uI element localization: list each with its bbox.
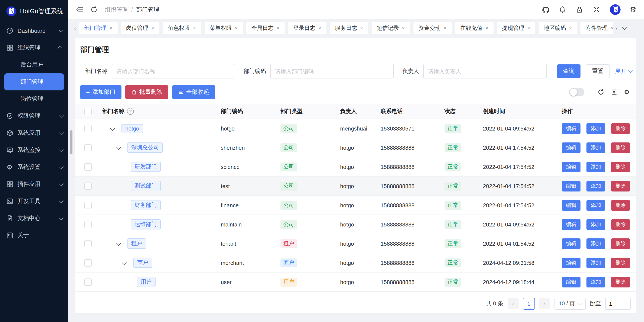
leader-input[interactable] (423, 64, 547, 79)
close-icon[interactable]: × (611, 25, 613, 31)
dept-name-pill[interactable]: 租户 (128, 238, 146, 249)
delete-button[interactable]: 删除 (611, 219, 630, 230)
dept-name-pill[interactable]: 深圳总公司 (128, 142, 163, 153)
row-checkbox[interactable] (84, 259, 92, 266)
column-settings-gear-icon[interactable]: ⚙ (624, 89, 631, 96)
row-checkbox[interactable] (84, 125, 92, 132)
tab-item[interactable]: 附件管理× (580, 22, 613, 34)
close-icon[interactable]: × (318, 25, 321, 31)
dept-name-pill[interactable]: hotgo (122, 124, 143, 133)
tab-item[interactable]: 资金变动× (414, 22, 452, 34)
edit-button[interactable]: 编辑 (562, 142, 580, 153)
tab-item[interactable]: 菜单权限× (204, 22, 243, 34)
sidebar-item-system-monitor[interactable]: 系统监控 (0, 142, 68, 159)
sidebar-item-plugins[interactable]: 插件应用 (0, 176, 68, 193)
dept-name-pill[interactable]: 测试部门 (131, 181, 161, 191)
add-button[interactable]: 添加 (586, 238, 605, 249)
striped-toggle[interactable] (569, 88, 584, 96)
tabs-scroll-left-icon[interactable]: ‹ (74, 25, 76, 32)
expand-chevron-icon[interactable] (122, 260, 126, 265)
sidebar-item-about[interactable]: 关于 (0, 227, 68, 244)
tab-item[interactable]: 岗位管理× (121, 22, 159, 34)
row-checkbox[interactable] (84, 144, 92, 151)
row-checkbox[interactable] (84, 163, 92, 170)
delete-button[interactable]: 删除 (611, 257, 630, 268)
tab-item[interactable]: 短信记录× (372, 22, 410, 34)
sidebar-item-system-apps[interactable]: 系统应用 (0, 125, 68, 142)
query-button[interactable]: 查询 (557, 64, 580, 78)
edit-button[interactable]: 编辑 (562, 200, 580, 210)
add-department-button[interactable]: + 添加部门 (80, 85, 122, 99)
sidebar-item-backend-users[interactable]: 后台用户 (0, 56, 68, 73)
bell-icon[interactable] (559, 6, 566, 14)
row-checkbox[interactable] (84, 201, 92, 209)
sidebar-item-post-mgmt[interactable]: 岗位管理 (0, 90, 68, 108)
row-checkbox[interactable] (84, 278, 92, 285)
settings-gear-icon[interactable]: ⚙ (630, 6, 636, 13)
next-page-button[interactable]: › (539, 298, 550, 309)
add-button[interactable]: 添加 (586, 276, 605, 287)
tab-item[interactable]: 登录日志× (288, 22, 326, 34)
collapse-all-button[interactable]: 全部收起 (172, 85, 215, 99)
delete-button[interactable]: 删除 (611, 238, 630, 249)
dept-name-pill[interactable]: 研发部门 (131, 162, 161, 172)
tab-item[interactable]: 全局日志× (246, 22, 284, 34)
tab-item[interactable]: 服务日志× (330, 22, 368, 34)
sidebar-scrollbar-thumb[interactable] (70, 130, 72, 154)
row-checkbox[interactable] (84, 240, 92, 247)
delete-button[interactable]: 删除 (611, 123, 630, 134)
edit-button[interactable]: 编辑 (562, 257, 580, 268)
select-all-checkbox[interactable] (84, 108, 92, 115)
sidebar-item-department-mgmt[interactable]: 部门管理 (4, 73, 64, 90)
close-icon[interactable]: × (527, 25, 530, 31)
close-icon[interactable]: × (569, 25, 572, 31)
table-refresh-icon[interactable] (598, 89, 604, 96)
edit-button[interactable]: 编辑 (562, 238, 580, 249)
add-button[interactable]: 添加 (586, 200, 605, 210)
close-icon[interactable]: × (276, 25, 280, 31)
add-button[interactable]: 添加 (586, 123, 605, 134)
close-icon[interactable]: × (151, 25, 154, 31)
dept-name-pill[interactable]: 商户 (134, 258, 152, 268)
collapse-menu-icon[interactable] (76, 6, 84, 14)
sidebar-item-docs[interactable]: 文档中心 (0, 210, 68, 227)
edit-button[interactable]: 编辑 (562, 123, 580, 134)
close-icon[interactable]: × (402, 25, 405, 31)
user-avatar[interactable] (610, 4, 620, 15)
add-button[interactable]: 添加 (586, 142, 605, 153)
edit-button[interactable]: 编辑 (562, 181, 580, 191)
jump-page-input[interactable] (605, 298, 631, 310)
delete-button[interactable]: 删除 (611, 161, 630, 172)
fullscreen-icon[interactable] (593, 6, 600, 14)
expand-chevron-icon[interactable] (116, 241, 120, 246)
sidebar-item-dev-tools[interactable]: 开发工具 (0, 193, 68, 210)
tab-item[interactable]: 提现管理× (497, 22, 535, 34)
tab-item[interactable]: 部门管理× (79, 22, 118, 34)
batch-delete-button[interactable]: 批量删除 (125, 85, 168, 99)
app-logo[interactable]: HotGo管理系统 (0, 0, 68, 22)
page-size-select[interactable]: 10 / 页 (554, 298, 586, 310)
dept-name-pill[interactable]: 用户 (137, 277, 156, 287)
add-button[interactable]: 添加 (586, 181, 605, 191)
dept-name-pill[interactable]: 运维部门 (131, 219, 161, 229)
delete-button[interactable]: 删除 (611, 142, 630, 153)
refresh-icon[interactable] (90, 6, 98, 14)
tab-item[interactable]: 在线充值× (455, 22, 494, 34)
row-checkbox[interactable] (84, 221, 92, 228)
close-icon[interactable]: × (360, 25, 363, 31)
edit-button[interactable]: 编辑 (562, 276, 580, 287)
add-button[interactable]: 添加 (586, 161, 605, 172)
close-icon[interactable]: × (235, 25, 238, 31)
reset-button[interactable]: 重置 (586, 64, 610, 78)
breadcrumb-parent[interactable]: 组织管理 (105, 6, 128, 14)
tab-item[interactable]: 角色权限× (162, 22, 201, 34)
expand-chevron-icon[interactable] (116, 145, 120, 150)
close-icon[interactable]: × (444, 25, 447, 31)
prev-page-button[interactable]: ‹ (508, 298, 518, 309)
row-checkbox[interactable] (84, 182, 92, 190)
sidebar-item-dashboard[interactable]: Dashboard (0, 22, 68, 39)
close-icon[interactable]: × (486, 25, 488, 31)
delete-button[interactable]: 删除 (611, 181, 630, 191)
close-icon[interactable]: × (109, 25, 112, 31)
add-button[interactable]: 添加 (586, 219, 605, 230)
